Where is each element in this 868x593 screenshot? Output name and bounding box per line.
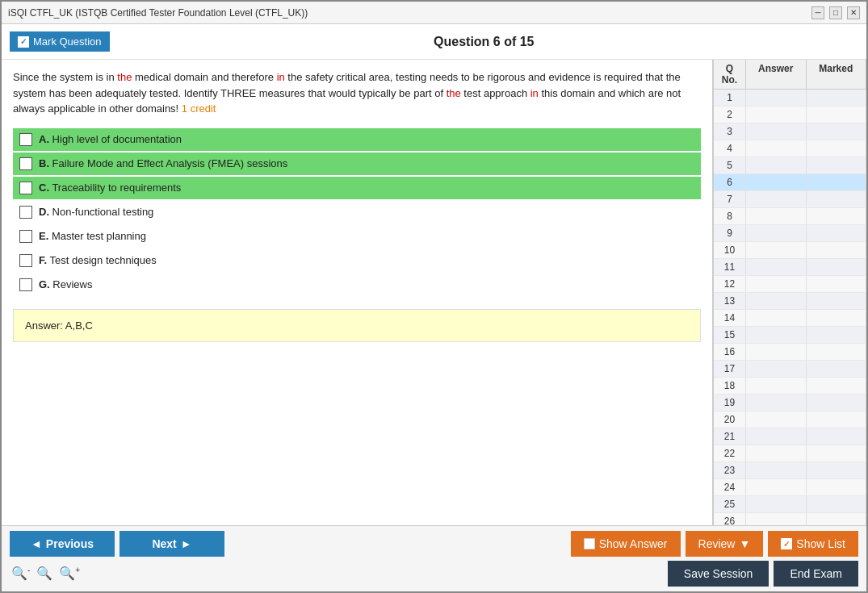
sidebar-row-8[interactable]: 8 [714, 208, 866, 225]
checkbox-e[interactable] [19, 230, 32, 243]
option-a[interactable]: A. High level of documentation [13, 128, 701, 151]
checkbox-g[interactable] [19, 278, 32, 291]
row-mark-13 [807, 293, 867, 309]
options-list: A. High level of documentation B. Failur… [13, 128, 701, 296]
zoom-reset-button[interactable]: 🔍 [35, 564, 54, 583]
row-ans-7 [746, 191, 807, 207]
checkbox-c[interactable] [19, 182, 32, 194]
option-a-text: A. High level of documentation [39, 133, 182, 145]
show-list-button[interactable]: Show List [768, 531, 858, 557]
row-num-18: 18 [714, 378, 746, 394]
next-button[interactable]: Next ► [120, 531, 224, 557]
highlight-text2: in [277, 71, 285, 83]
sidebar-row-17[interactable]: 17 [714, 361, 866, 378]
row-num-8: 8 [714, 208, 746, 224]
sidebar-row-3[interactable]: 3 [714, 123, 866, 140]
row-num-17: 17 [714, 361, 746, 377]
maximize-button[interactable]: □ [829, 6, 842, 19]
checkbox-b[interactable] [19, 157, 32, 170]
row-ans-3 [746, 123, 807, 140]
row-mark-19 [807, 395, 867, 411]
sidebar-row-26[interactable]: 26 [714, 513, 866, 525]
end-exam-button[interactable]: End Exam [774, 561, 858, 587]
row-mark-16 [807, 344, 867, 360]
option-c-text: C. Traceability to requirements [39, 182, 181, 194]
nav-buttons-row: ◄ Previous Next ► Show Answer Review ▼ S… [10, 531, 858, 557]
sidebar-row-12[interactable]: 12 [714, 276, 866, 293]
row-ans-6 [746, 174, 807, 190]
row-ans-17 [746, 361, 807, 377]
sidebar-row-6[interactable]: 6 [714, 174, 866, 191]
minimize-button[interactable]: ─ [811, 6, 824, 19]
checkbox-d[interactable] [19, 206, 32, 219]
row-mark-7 [807, 191, 867, 207]
sidebar-row-24[interactable]: 24 [714, 479, 866, 496]
row-mark-4 [807, 140, 867, 157]
option-e[interactable]: E. Master test planning [13, 225, 701, 248]
mark-question-label: Mark Question [33, 35, 102, 48]
row-mark-23 [807, 462, 867, 478]
row-ans-4 [746, 140, 807, 157]
show-answer-label: Show Answer [599, 537, 668, 550]
sidebar-row-21[interactable]: 21 [714, 428, 866, 445]
sidebar-row-23[interactable]: 23 [714, 462, 866, 479]
sidebar-row-9[interactable]: 9 [714, 225, 866, 242]
row-num-22: 22 [714, 445, 746, 461]
row-ans-21 [746, 428, 807, 445]
show-answer-button[interactable]: Show Answer [571, 531, 681, 557]
bottom-row2: 🔍- 🔍 🔍+ Save Session End Exam [10, 561, 858, 587]
sidebar-row-2[interactable]: 2 [714, 106, 866, 123]
review-button[interactable]: Review ▼ [686, 531, 764, 557]
sidebar-row-18[interactable]: 18 [714, 378, 866, 395]
sidebar-row-5[interactable]: 5 [714, 157, 866, 174]
highlight-text4: in [530, 87, 539, 99]
previous-button[interactable]: ◄ Previous [10, 531, 115, 557]
row-ans-26 [746, 513, 807, 525]
marked-header: Marked [807, 60, 867, 89]
row-mark-5 [807, 157, 867, 173]
row-ans-16 [746, 344, 807, 360]
sidebar-row-11[interactable]: 11 [714, 259, 866, 276]
sidebar-header: Q No. Answer Marked [714, 60, 866, 90]
option-b[interactable]: B. Failure Mode and Effect Analysis (FME… [13, 152, 701, 175]
answer-text: Answer: A,B,C [25, 319, 93, 332]
sidebar-row-13[interactable]: 13 [714, 293, 866, 310]
sidebar-row-14[interactable]: 14 [714, 310, 866, 327]
sidebar-row-25[interactable]: 25 [714, 496, 866, 513]
question-area: Since the system is in the medical domai… [2, 60, 713, 525]
row-ans-12 [746, 276, 807, 292]
sidebar-row-4[interactable]: 4 [714, 140, 866, 157]
close-button[interactable]: ✕ [847, 6, 860, 19]
zoom-out-button[interactable]: 🔍- [10, 564, 31, 583]
option-d[interactable]: D. Non-functional testing [13, 201, 701, 223]
sidebar-row-10[interactable]: 10 [714, 242, 866, 259]
review-label: Review [698, 537, 736, 550]
zoom-in-button[interactable]: 🔍+ [57, 564, 82, 583]
sidebar-row-7[interactable]: 7 [714, 191, 866, 208]
option-g[interactable]: G. Reviews [13, 274, 701, 296]
checkbox-f[interactable] [19, 254, 32, 267]
sidebar-row-20[interactable]: 20 [714, 411, 866, 428]
answer-box: Answer: A,B,C [13, 309, 701, 342]
sidebar-row-15[interactable]: 15 [714, 327, 866, 344]
question-list-sidebar: Q No. Answer Marked 1 2 3 4 5 6 7 8 9 10… [713, 60, 866, 525]
sidebar-row-16[interactable]: 16 [714, 344, 866, 361]
option-c[interactable]: C. Traceability to requirements [13, 177, 701, 199]
row-num-20: 20 [714, 411, 746, 428]
row-mark-21 [807, 428, 867, 445]
row-mark-10 [807, 242, 867, 258]
checkbox-a[interactable] [19, 133, 32, 146]
row-mark-17 [807, 361, 867, 377]
sidebar-row-19[interactable]: 19 [714, 395, 866, 411]
highlight-text3: the [447, 87, 461, 99]
option-f[interactable]: F. Test design techniques [13, 249, 701, 272]
row-num-13: 13 [714, 293, 746, 309]
row-mark-14 [807, 310, 867, 326]
option-d-text: D. Non-functional testing [39, 206, 153, 218]
mark-question-button[interactable]: Mark Question [10, 31, 110, 52]
row-num-16: 16 [714, 344, 746, 360]
sidebar-row-22[interactable]: 22 [714, 445, 866, 462]
sidebar-row-1[interactable]: 1 [714, 90, 866, 106]
row-ans-5 [746, 157, 807, 173]
save-session-button[interactable]: Save Session [668, 561, 769, 587]
